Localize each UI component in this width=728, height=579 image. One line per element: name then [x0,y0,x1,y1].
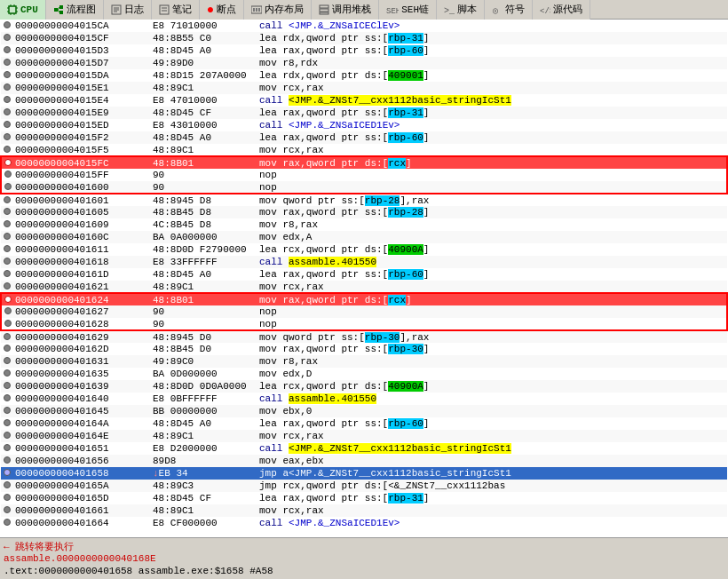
table-row[interactable]: 000000000040163149:89C0mov r8,rax [1,355,727,368]
table-row[interactable]: 0000000000401635BA 0D000000mov edx,D [1,368,727,380]
table-row[interactable]: 00000000004015FF90nop [1,169,727,181]
bytes-cell: E8 CF000000 [151,517,257,529]
instruction-cell: mov rcx,rax [257,82,727,94]
bullet-cell [1,131,13,144]
bullet-cell [1,504,13,517]
tab-source[interactable]: </> 源代码 [533,0,590,20]
table-row[interactable]: 000000000040162948:8945 D0mov qword ptr … [1,330,727,343]
tab-callstack[interactable]: 调用堆栈 [312,0,379,20]
bytes-cell: 48:89C1 [151,144,257,156]
table-row[interactable]: 0000000000401651E8 D2000000call <JMP.&_Z… [1,442,727,455]
svg-line-13 [58,10,59,12]
table-row[interactable]: 00000000004015CAE8 71010000call <JMP.&_Z… [1,20,727,32]
tab-script[interactable]: >_ 脚本 [437,0,485,20]
instruction-cell: mov rax,qword ptr ss:[rbp-30] [257,343,727,355]
bullet-cell [1,169,13,181]
bullet-cell [1,44,13,57]
graph-icon [53,4,64,15]
bytes-cell: 48:8B55 C0 [151,32,257,44]
svg-rect-10 [59,5,63,9]
table-row[interactable]: 000000000040166148:89C1mov rcx,rax [1,504,727,517]
tab-script-label: 脚本 [457,3,477,16]
table-row[interactable]: 00000000004015DA48:8D15 207A0000lea rdx,… [1,69,727,82]
address-cell: 0000000000401601 [13,194,151,206]
bullet-cell [1,517,13,529]
log-icon [111,4,122,15]
table-row[interactable]: 00000000004016094C:8B45 D8mov r8,rax [1,218,727,231]
tab-notes[interactable]: 笔记 [152,0,200,20]
table-row[interactable]: 0000000000401658↓EB 34jmp a<JMP.&_ZNSt7_… [1,467,727,480]
table-row[interactable]: 00000000004015E4E8 47010000call <JMP.&_Z… [1,94,727,107]
disasm-container[interactable]: 00000000004015CAE8 71010000call <JMP.&_Z… [0,20,728,537]
tab-seh[interactable]: SEH SEH链 [379,0,437,20]
tab-symbol[interactable]: ◎ 符号 [485,0,533,20]
table-row[interactable]: 000000000040162148:89C1mov rcx,rax [1,281,727,293]
table-row[interactable]: 00000000004015E148:89C1mov rcx,rax [1,82,727,94]
table-row[interactable]: 0000000000401645BB 00000000mov ebx,0 [1,405,727,417]
bullet-cell [1,69,13,82]
table-row[interactable]: 0000000000401618E8 33FFFFFFcall assamble… [1,256,727,268]
table-row[interactable]: 000000000040160148:8945 D8mov qword ptr … [1,194,727,206]
bullet-cell [1,368,13,380]
tab-breakpoints[interactable]: ● 断点 [200,0,244,20]
table-row[interactable]: 00000000004015F548:89C1mov rcx,rax [1,144,727,156]
table-row[interactable]: 00000000004015D749:89D0mov r8,rdx [1,57,727,69]
bullet-cell [1,57,13,69]
table-row[interactable]: 000000000040165D48:8D45 CFlea rax,qword … [1,492,727,504]
table-row[interactable]: 0000000000401640E8 0BFFFFFFcall assamble… [1,393,727,405]
instruction-cell: lea rcx,qword ptr ds:[40900A] [257,243,727,256]
tab-source-label: 源代码 [553,3,582,16]
bytes-cell: 48:8B01 [151,293,257,305]
address-cell: 0000000000401600 [13,181,151,194]
tab-log[interactable]: 日志 [104,0,152,20]
table-row[interactable]: 00000000004015FC48:8B01mov rax,qword ptr… [1,156,727,169]
table-row[interactable]: 00000000004015D348:8D45 A0lea rax,qword … [1,44,727,57]
bullet-cell [1,455,13,467]
table-row[interactable]: 000000000040160090nop [1,181,727,194]
table-row[interactable]: 000000000040161D48:8D45 A0lea rax,qword … [1,268,727,281]
tab-flowgraph[interactable]: 流程图 [46,0,104,20]
tab-flowgraph-label: 流程图 [67,3,96,16]
bytes-cell: 90 [151,318,257,330]
bytes-cell: 49:89D0 [151,57,257,69]
bullet-cell [1,32,13,44]
address-cell: 000000000040164E [13,430,151,442]
bullet-cell [1,393,13,405]
breakpoint-icon: ● [207,4,214,16]
address-cell: 00000000004015CA [13,20,151,32]
table-row[interactable]: 000000000040164E48:89C1mov rcx,rax [1,430,727,442]
bytes-cell: 90 [151,305,257,318]
address-cell: 0000000000401609 [13,218,151,231]
table-row[interactable]: 000000000040160548:8B45 D8mov rax,qword … [1,206,727,218]
table-row[interactable]: 000000000040160CBA 0A000000mov edx,A [1,231,727,243]
disasm-table: 00000000004015CAE8 71010000call <JMP.&_Z… [0,20,728,529]
table-row[interactable]: 000000000040164A48:8D45 A0lea rax,qword … [1,417,727,430]
table-row[interactable]: 000000000040162448:8B01mov rax,qword ptr… [1,293,727,305]
table-row[interactable]: 00000000004015EDE8 43010000call <JMP.&_Z… [1,119,727,131]
tab-memory[interactable]: 内存布局 [244,0,312,20]
table-row[interactable]: 000000000040162790nop [1,305,727,318]
table-row[interactable]: 0000000000401664E8 CF000000call <JMP.&_Z… [1,517,727,529]
tab-cpu[interactable]: CPU [0,0,46,20]
table-row[interactable]: 00000000004015E948:8D45 CFlea rax,qword … [1,107,727,119]
table-row[interactable]: 00000000004015F248:8D45 A0lea rax,qword … [1,131,727,144]
svg-rect-11 [59,11,63,14]
address-cell: 00000000004015F5 [13,144,151,156]
svg-rect-25 [320,5,328,8]
table-row[interactable]: 000000000040161148:8D0D F2790000lea rcx,… [1,243,727,256]
table-row[interactable]: 000000000040162890nop [1,318,727,330]
bytes-cell: 49:89C0 [151,355,257,368]
table-row[interactable]: 000000000040165689D8mov eax,ebx [1,455,727,467]
bytes-cell: BA 0D000000 [151,368,257,380]
bytes-cell: 4C:8B45 D8 [151,218,257,231]
table-row[interactable]: 000000000040162D48:8B45 D0mov rax,qword … [1,343,727,355]
bullet-cell [1,107,13,119]
bullet-cell [1,355,13,368]
tab-breakpoints-label: 断点 [217,3,236,16]
bytes-cell: BB 00000000 [151,405,257,417]
bullet-cell [1,293,13,305]
address-cell: 0000000000401661 [13,504,151,517]
table-row[interactable]: 00000000004015CF48:8B55 C0lea rdx,qword … [1,32,727,44]
table-row[interactable]: 000000000040165A48:89C3jmp rcx,qword ptr… [1,480,727,492]
table-row[interactable]: 000000000040163948:8D0D 0D0A0000lea rcx,… [1,380,727,393]
